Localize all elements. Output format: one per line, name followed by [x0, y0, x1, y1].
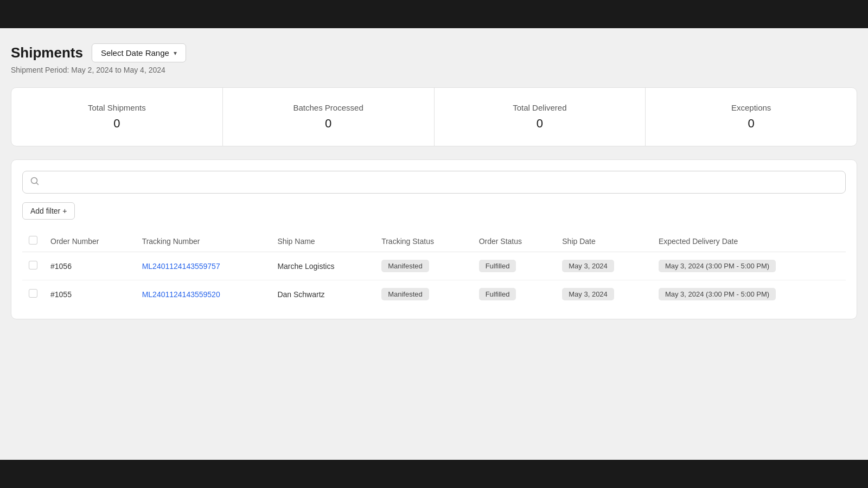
order-status-badge: Fulfilled: [479, 288, 516, 300]
row-checkbox[interactable]: [29, 261, 37, 269]
stat-batches-processed: Batches Processed 0: [223, 88, 435, 146]
date-range-label: Select Date Range: [101, 48, 169, 57]
table-header: Order Number Tracking Number Ship Name T…: [22, 230, 846, 252]
col-order-number: Order Number: [44, 230, 136, 252]
chevron-down-icon: ▾: [174, 49, 177, 57]
tracking-number-link[interactable]: ML2401124143559520: [142, 290, 220, 299]
expected-delivery-badge: May 3, 2024 (3:00 PM - 5:00 PM): [659, 260, 776, 272]
cell-tracking-status: Manifested: [375, 280, 472, 309]
stat-exceptions-label: Exceptions: [656, 103, 846, 112]
stats-card: Total Shipments 0 Batches Processed 0 To…: [11, 87, 857, 146]
cell-ship-name: Dan Schwartz: [271, 280, 375, 309]
bottom-bar: [0, 460, 868, 488]
page-header: Shipments Select Date Range ▾: [11, 43, 857, 62]
cell-order-number: #1055: [44, 280, 136, 309]
add-filter-label: Add filter +: [30, 207, 67, 215]
table-header-row: Order Number Tracking Number Ship Name T…: [22, 230, 846, 252]
header-checkbox-col: [22, 230, 44, 252]
tracking-number-link[interactable]: ML2401124143559757: [142, 262, 220, 271]
cell-tracking-number: ML2401124143559520: [136, 280, 271, 309]
search-input[interactable]: [43, 178, 838, 187]
stat-total-delivered: Total Delivered 0: [435, 88, 646, 146]
search-icon: [30, 177, 39, 188]
expected-delivery-badge: May 3, 2024 (3:00 PM - 5:00 PM): [659, 288, 776, 300]
cell-order-number: #1056: [44, 252, 136, 280]
col-tracking-status: Tracking Status: [375, 230, 472, 252]
col-ship-name: Ship Name: [271, 230, 375, 252]
stat-total-shipments: Total Shipments 0: [11, 88, 223, 146]
stat-total-shipments-label: Total Shipments: [22, 103, 212, 112]
col-order-status: Order Status: [473, 230, 556, 252]
top-bar: [0, 0, 868, 28]
main-content: Shipments Select Date Range ▾ Shipment P…: [0, 28, 868, 460]
stat-total-delivered-label: Total Delivered: [445, 103, 635, 112]
table-row: #1055 ML2401124143559520 Dan Schwartz Ma…: [22, 280, 846, 309]
order-status-badge: Fulfilled: [479, 260, 516, 272]
stat-batches-processed-value: 0: [234, 117, 423, 131]
col-expected-delivery: Expected Delivery Date: [652, 230, 846, 252]
cell-expected-delivery: May 3, 2024 (3:00 PM - 5:00 PM): [652, 280, 846, 309]
svg-line-1: [36, 183, 39, 185]
col-tracking-number: Tracking Number: [136, 230, 271, 252]
date-range-button[interactable]: Select Date Range ▾: [92, 43, 186, 62]
ship-date-badge: May 3, 2024: [562, 288, 614, 300]
cell-ship-name: Marche Logistics: [271, 252, 375, 280]
select-all-checkbox[interactable]: [29, 236, 37, 245]
tracking-status-badge: Manifested: [381, 288, 429, 300]
cell-expected-delivery: May 3, 2024 (3:00 PM - 5:00 PM): [652, 252, 846, 280]
stat-exceptions: Exceptions 0: [646, 88, 857, 146]
cell-ship-date: May 3, 2024: [556, 280, 652, 309]
row-checkbox[interactable]: [29, 289, 37, 298]
search-bar: [22, 171, 846, 194]
cell-order-status: Fulfilled: [473, 280, 556, 309]
stat-exceptions-value: 0: [656, 117, 846, 131]
page-title: Shipments: [11, 44, 83, 61]
table-card: Add filter + Order Number Tracking Numbe…: [11, 159, 857, 319]
col-ship-date: Ship Date: [556, 230, 652, 252]
table-row: #1056 ML2401124143559757 Marche Logistic…: [22, 252, 846, 280]
cell-tracking-number: ML2401124143559757: [136, 252, 271, 280]
stat-total-shipments-value: 0: [22, 117, 212, 131]
cell-tracking-status: Manifested: [375, 252, 472, 280]
row-checkbox-cell: [22, 252, 44, 280]
add-filter-button[interactable]: Add filter +: [22, 202, 75, 220]
table-body: #1056 ML2401124143559757 Marche Logistic…: [22, 252, 846, 309]
row-checkbox-cell: [22, 280, 44, 309]
shipments-table: Order Number Tracking Number Ship Name T…: [22, 230, 846, 308]
stat-total-delivered-value: 0: [445, 117, 635, 131]
cell-order-status: Fulfilled: [473, 252, 556, 280]
cell-ship-date: May 3, 2024: [556, 252, 652, 280]
shipment-period: Shipment Period: May 2, 2024 to May 4, 2…: [11, 66, 857, 74]
ship-date-badge: May 3, 2024: [562, 260, 614, 272]
stat-batches-processed-label: Batches Processed: [234, 103, 423, 112]
tracking-status-badge: Manifested: [381, 260, 429, 272]
